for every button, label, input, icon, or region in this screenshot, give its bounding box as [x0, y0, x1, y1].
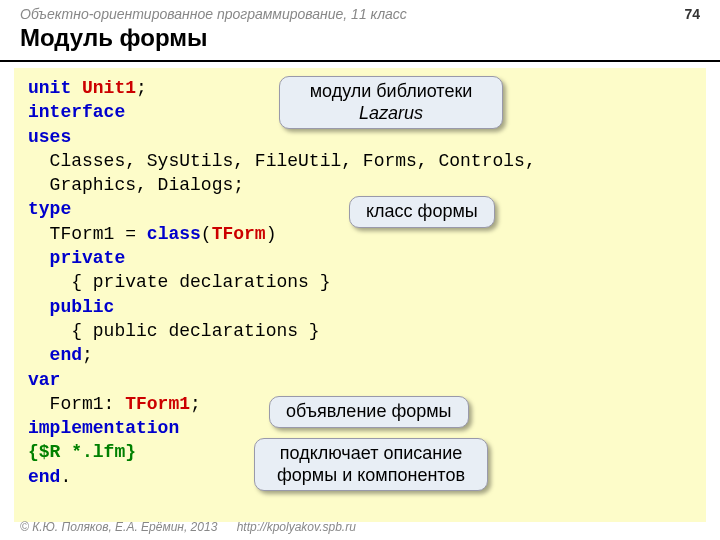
- page-title: Модуль формы: [0, 22, 720, 62]
- kw-var: var: [28, 368, 692, 392]
- callout-modules-line2: Lazarus: [359, 103, 423, 123]
- punct: ;: [136, 78, 147, 98]
- callout-modules-line1: модули библиотеки: [310, 81, 473, 101]
- callout-modules: модули библиотеки Lazarus: [279, 76, 503, 129]
- callout-vardecl: объявление формы: [269, 396, 469, 428]
- punct-dot: .: [60, 467, 71, 487]
- uses-list-1: Classes, SysUtils, FileUtil, Forms, Cont…: [28, 149, 692, 173]
- paren-open: (: [201, 224, 212, 244]
- id-tform: TForm: [212, 224, 266, 244]
- kw-end2: end: [28, 467, 60, 487]
- page-number: 74: [684, 6, 700, 22]
- punct-semi2: ;: [190, 394, 201, 414]
- id-unit1: Unit1: [82, 78, 136, 98]
- callout-class: класс формы: [349, 196, 495, 228]
- course-label: Объектно-ориентированное программировани…: [20, 6, 407, 22]
- public-comment: { public declarations }: [28, 319, 692, 343]
- header: Объектно-ориентированное программировани…: [0, 0, 720, 22]
- kw-unit: unit: [28, 78, 82, 98]
- kw-public: public: [28, 295, 692, 319]
- footer: © К.Ю. Поляков, Е.А. Ерёмин, 2013 http:/…: [20, 520, 356, 534]
- kw-class: class: [147, 224, 201, 244]
- callout-resource: подключает описание формы и компонентов: [254, 438, 488, 491]
- punct-semi: ;: [82, 345, 93, 365]
- id-tform1: TForm1: [125, 394, 190, 414]
- uses-list-2: Graphics, Dialogs;: [28, 173, 692, 197]
- private-comment: { private declarations }: [28, 270, 692, 294]
- paren-close: ): [266, 224, 277, 244]
- code-block: unit Unit1; interface uses Classes, SysU…: [14, 68, 706, 522]
- kw-private: private: [28, 246, 692, 270]
- footer-url: http://kpolyakov.spb.ru: [237, 520, 356, 534]
- form1-decl: Form1:: [28, 394, 125, 414]
- tform1-decl: TForm1 =: [28, 224, 147, 244]
- copyright: © К.Ю. Поляков, Е.А. Ерёмин, 2013: [20, 520, 217, 534]
- kw-end: end: [28, 345, 82, 365]
